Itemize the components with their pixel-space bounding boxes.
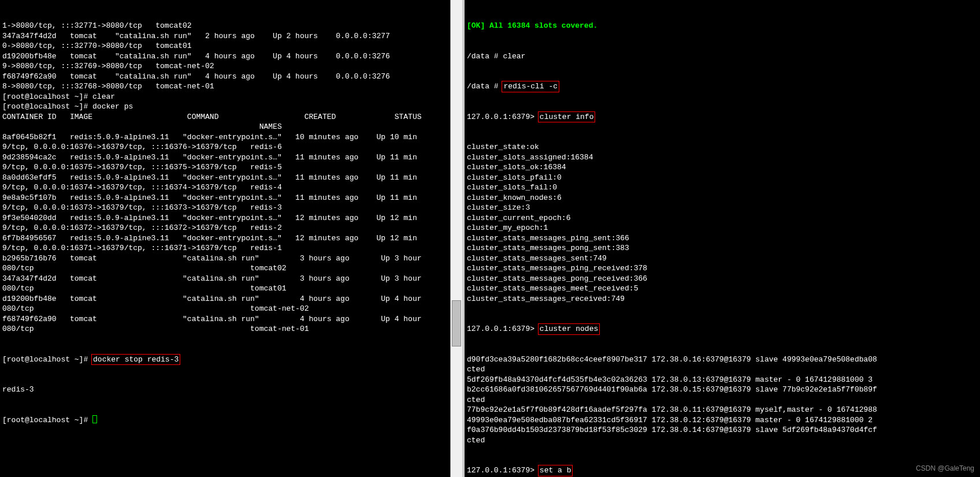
info-line: cluster_known_nodes:6 — [467, 193, 978, 203]
watermark: CSDN @GaleTeng — [916, 464, 974, 474]
terminal-line: 9/tcp, 0.0.0.0:16375->16379/tcp, :::1637… — [2, 162, 448, 173]
terminal-line: 9->8080/tcp, :::32769->8080/tcp tomcat-n… — [2, 61, 448, 72]
terminal-line: 1->8080/tcp, :::32771->8080/tcp tomcat02 — [2, 21, 448, 31]
node-line: cted — [467, 435, 978, 446]
terminal-line: 9d238594ca2c redis:5.0.9-alpine3.11 "doc… — [2, 152, 448, 163]
info-line: cluster_state:ok — [467, 142, 978, 152]
cluster-info-line: 127.0.0.1:6379> cluster info — [467, 112, 978, 122]
terminal-line: d19200bfb48e tomcat "catalina.sh run" 4 … — [2, 294, 448, 304]
terminal-line: d19200bfb48e tomcat "catalina.sh run" 4 … — [2, 51, 448, 62]
info-line: cluster_stats_messages_received:749 — [467, 294, 978, 304]
cluster-info-output: cluster_state:okcluster_slots_assigned:1… — [467, 142, 978, 304]
info-line: cluster_my_epoch:1 — [467, 223, 978, 233]
cluster-nodes-output: d90fd3cea39a5280f1682b68cc4ceef8907be317… — [467, 355, 978, 446]
terminal-line: 8->8080/tcp, :::32768->8080/tcp tomcat-n… — [2, 81, 448, 92]
cursor-icon — [92, 415, 97, 423]
info-line: cluster_slots_pfail:0 — [467, 173, 978, 183]
node-line: d90fd3cea39a5280f1682b68cc4ceef8907be317… — [467, 355, 978, 365]
info-line: cluster_stats_messages_pong_received:366 — [467, 274, 978, 284]
left-terminal[interactable]: 1->8080/tcp, :::32771->8080/tcp tomcat02… — [0, 0, 451, 477]
terminal-line: f68749f62a90 tomcat "catalina.sh run" 4 … — [2, 72, 448, 82]
scroll-thumb[interactable] — [452, 300, 461, 346]
docker-stop-result: redis-3 — [2, 385, 448, 395]
cluster-info-highlight: cluster info — [538, 111, 596, 123]
terminal-line: b2965b716b76 tomcat "catalina.sh run" 3 … — [2, 254, 448, 264]
info-line: cluster_size:3 — [467, 203, 978, 213]
info-line: cluster_stats_messages_meet_received:5 — [467, 284, 978, 294]
cluster-nodes-line: 127.0.0.1:6379> cluster nodes — [467, 324, 978, 334]
info-line: cluster_stats_messages_ping_received:378 — [467, 263, 978, 274]
right-terminal[interactable]: [OK] All 16384 slots covered. /data # cl… — [465, 0, 980, 477]
info-line: cluster_current_epoch:6 — [467, 213, 978, 223]
info-line: cluster_slots_fail:0 — [467, 182, 978, 193]
prompt-line[interactable]: [root@localhost ~]# — [2, 415, 448, 426]
terminal-line: 9/tcp, 0.0.0.0:16372->16379/tcp, :::1637… — [2, 223, 448, 233]
cluster-nodes-highlight: cluster nodes — [538, 323, 600, 335]
info-line: cluster_stats_messages_pong_sent:383 — [467, 243, 978, 254]
terminal-line: [root@localhost ~]# clear — [2, 92, 448, 102]
node-line: 49993e0ea79e508edba087bfea62331cd5f36917… — [467, 415, 978, 426]
left-scrollbar[interactable] — [451, 0, 462, 477]
node-line: f0a376b90dd4b1503d2373879bd18f53f85c3029… — [467, 425, 978, 435]
terminal-line: 347a347f4d2d tomcat "catalina.sh run" 2 … — [2, 31, 448, 42]
terminal-line: 347a347f4d2d tomcat "catalina.sh run" 3 … — [2, 274, 448, 284]
docker-stop-line: [root@localhost ~]# docker stop redis-3 — [2, 355, 448, 365]
terminal-line: 9/tcp, 0.0.0.0:16373->16379/tcp, :::1637… — [2, 203, 448, 213]
node-line: 5df269fb48a94370d4fcf4d535fb4e3c02a36263… — [467, 375, 978, 385]
terminal-line: 080/tcp tomcat-net-01 — [2, 324, 448, 334]
info-line: cluster_slots_ok:16384 — [467, 162, 978, 173]
terminal-line: 080/tcp tomcat02 — [2, 263, 448, 274]
set-highlight: set a b — [538, 465, 573, 476]
info-line: cluster_stats_messages_sent:749 — [467, 254, 978, 264]
ok-line: [OK] All 16384 slots covered. — [467, 21, 978, 31]
terminal-line: 9f3e504020dd redis:5.0.9-alpine3.11 "doc… — [2, 213, 448, 223]
terminal-line: 9e8a9c5f107b redis:5.0.9-alpine3.11 "doc… — [2, 193, 448, 203]
terminal-line: CONTAINER ID IMAGE COMMAND CREATED STATU… — [2, 112, 448, 122]
node-line: 77b9c92e2e1a5f7f0b89f428df16aadef5f297fa… — [467, 405, 978, 415]
set-line: 127.0.0.1:6379> set a b — [467, 465, 978, 476]
left-output: 1->8080/tcp, :::32771->8080/tcp tomcat02… — [2, 21, 448, 334]
terminal-line: f68749f62a90 tomcat "catalina.sh run" 4 … — [2, 314, 448, 325]
clear-line: /data # clear — [467, 51, 978, 62]
terminal-line: 080/tcp tomcat01 — [2, 284, 448, 294]
terminal-line: 9/tcp, 0.0.0.0:16376->16379/tcp, :::1637… — [2, 142, 448, 152]
node-line: cted — [467, 395, 978, 405]
node-line: b2cc61686a0fd381062657567769d4401f90ab6a… — [467, 385, 978, 395]
terminal-line: 8a0dd63efdf5 redis:5.0.9-alpine3.11 "doc… — [2, 173, 448, 183]
terminal-line: NAMES — [2, 122, 448, 132]
redis-cli-line-1: /data # redis-cli -c — [467, 81, 978, 92]
info-line: cluster_stats_messages_ping_sent:366 — [467, 233, 978, 244]
terminal-line: 9/tcp, 0.0.0.0:16374->16379/tcp, :::1637… — [2, 182, 448, 193]
terminal-line: 8af0645b82f1 redis:5.0.9-alpine3.11 "doc… — [2, 132, 448, 143]
node-line: cted — [467, 364, 978, 375]
terminal-line: 9/tcp, 0.0.0.0:16371->16379/tcp, :::1637… — [2, 243, 448, 254]
redis-cli-highlight: redis-cli -c — [502, 81, 559, 92]
terminal-line: 080/tcp tomcat-net-02 — [2, 304, 448, 314]
terminal-line: [root@localhost ~]# docker ps — [2, 102, 448, 112]
terminal-line: 6f7b84956567 redis:5.0.9-alpine3.11 "doc… — [2, 233, 448, 244]
terminal-line: 0->8080/tcp, :::32770->8080/tcp tomcat01 — [2, 41, 448, 51]
info-line: cluster_slots_assigned:16384 — [467, 152, 978, 163]
docker-stop-highlight: docker stop redis-3 — [91, 354, 180, 366]
